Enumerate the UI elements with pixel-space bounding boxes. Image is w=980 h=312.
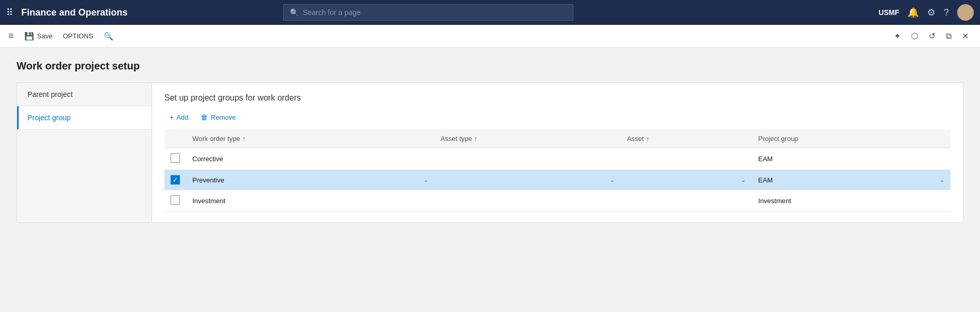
trash-icon: 🗑 [201,113,208,121]
search-toolbar-button[interactable]: 🔍 [100,30,118,43]
section-heading: Set up project groups for work orders [164,93,950,103]
cell-work-order-type-investment: Investment [186,190,435,212]
cell-project-group-preventive[interactable]: EAM ⌄ [752,170,950,190]
cell-asset-corrective [621,148,752,170]
checkbox-investment[interactable] [171,195,180,205]
page-title: Work order project setup [17,60,963,72]
toolbar: ≡ 💾 Save OPTIONS 🔍 ✦ ⬡ ↺ ⧉ ✕ [0,25,980,48]
add-icon: + [170,113,174,121]
chevron-down-icon[interactable]: ⌄ [741,177,746,183]
chevron-down-icon[interactable]: ⌄ [424,177,428,183]
search-bar: 🔍 [283,4,573,21]
data-table: Work order type ↑ Asset type ↑ [164,130,950,212]
close-icon[interactable]: ✕ [959,29,972,43]
main-content: Work order project setup Parent project … [0,48,980,312]
sort-icon-asset-type: ↑ [474,135,478,143]
app-title: Finance and Operations [21,7,128,18]
table-header-row: Work order type ↑ Asset type ↑ [164,130,950,148]
sidebar-item-parent-project[interactable]: Parent project [17,83,151,106]
nav-right: USMF 🔔 ⚙ ? [878,4,974,21]
cell-asset-type-preventive[interactable]: ⌄ [435,170,621,190]
col-asset-type[interactable]: Asset type ↑ [435,130,621,148]
row-check-corrective[interactable] [164,148,186,170]
col-check [164,130,186,148]
right-panel: Set up project groups for work orders + … [152,83,963,222]
cell-asset-investment [621,190,752,212]
search-toolbar-icon: 🔍 [104,32,114,41]
help-icon[interactable]: ? [944,7,949,18]
table-scroll: Work order type ↑ Asset type ↑ [164,130,950,212]
toolbar-right: ✦ ⬡ ↺ ⧉ ✕ [891,29,972,43]
row-check-preventive[interactable]: ✓ [164,170,186,190]
top-nav: ⠿ Finance and Operations 🔍 USMF 🔔 ⚙ ? [0,0,980,25]
cell-work-order-type-corrective: Corrective [186,148,435,170]
sidebar-item-project-group[interactable]: Project group [17,106,151,130]
company-label: USMF [878,8,899,17]
row-check-investment[interactable] [164,190,186,212]
sort-icon-work-order-type: ↑ [242,135,246,143]
remove-button[interactable]: 🗑 Remove [195,111,241,123]
save-icon: 💾 [24,32,34,41]
search-icon: 🔍 [290,8,299,17]
save-button[interactable]: 💾 Save [20,30,57,43]
table-row: ✓ Preventive ⌄ ⌄ [164,170,950,190]
magic-icon[interactable]: ✦ [891,29,904,43]
grid-icon[interactable]: ⠿ [6,7,13,18]
search-input[interactable] [303,8,567,17]
avatar[interactable] [957,4,974,21]
checkbox-corrective[interactable] [171,153,180,163]
cell-project-group-investment: Investment [752,190,950,212]
col-project-group[interactable]: Project group [752,130,950,148]
col-asset[interactable]: Asset ↑ [621,130,752,148]
office-icon[interactable]: ⬡ [908,29,921,43]
cell-asset-type-investment [435,190,621,212]
cell-work-order-type-preventive[interactable]: Preventive ⌄ [186,170,435,190]
chevron-down-icon[interactable]: ⌄ [940,177,944,183]
hamburger-icon[interactable]: ≡ [8,31,14,41]
add-button[interactable]: + Add [164,111,193,123]
checkbox-preventive[interactable]: ✓ [171,175,180,185]
panels: Parent project Project group Set up proj… [17,82,963,223]
cell-asset-preventive[interactable]: ⌄ [621,170,752,190]
refresh-icon[interactable]: ↺ [926,29,939,43]
chevron-down-icon[interactable]: ⌄ [610,177,614,183]
table-row: Corrective EAM [164,148,950,170]
col-work-order-type[interactable]: Work order type ↑ [186,130,435,148]
settings-icon[interactable]: ⚙ [927,7,935,18]
table-row: Investment Investment [164,190,950,212]
cell-project-group-corrective: EAM [752,148,950,170]
popout-icon[interactable]: ⧉ [943,30,955,43]
left-panel: Parent project Project group [17,83,152,222]
bell-icon[interactable]: 🔔 [907,7,919,18]
options-button[interactable]: OPTIONS [59,30,97,42]
panel-toolbar: + Add 🗑 Remove [164,111,950,123]
cell-asset-type-corrective [435,148,621,170]
sort-icon-asset: ↑ [646,135,650,143]
